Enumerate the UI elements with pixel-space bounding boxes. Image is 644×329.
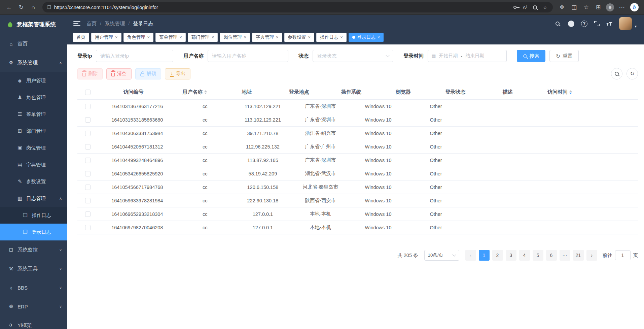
delete-button[interactable]: 删除 — [77, 68, 103, 79]
column-header[interactable]: 操作系统 — [325, 89, 377, 95]
sort-icon[interactable] — [204, 90, 207, 94]
table-row[interactable]: 1641031367863177216 cc 113.102.129.221 广… — [77, 100, 638, 113]
column-header[interactable]: 地址 — [221, 89, 273, 95]
row-checkbox[interactable] — [85, 144, 91, 150]
tab[interactable]: 岗位管理 × — [220, 33, 250, 42]
page-button[interactable]: 2 — [492, 250, 503, 261]
browser-home-icon[interactable]: ⌂ — [28, 2, 39, 13]
row-checkbox[interactable] — [85, 158, 91, 163]
column-header[interactable]: 描述 — [481, 89, 534, 95]
table-row[interactable]: 1641044993248464896 cc 113.87.92.165 广东省… — [77, 154, 638, 167]
font-size-icon[interactable]: тT — [606, 20, 613, 27]
tab[interactable]: 参数设置 × — [284, 33, 315, 42]
tab-close-icon[interactable]: × — [212, 35, 214, 40]
search-icon[interactable] — [554, 20, 561, 27]
password-key-icon[interactable] — [510, 3, 520, 12]
page-button[interactable]: ··· — [560, 250, 570, 261]
sidebar-item[interactable]: ☻ 用户管理 — [0, 72, 67, 89]
hamburger-icon[interactable] — [73, 21, 80, 26]
sidebar-item[interactable]: ⊡ 系统监控 ∨ — [0, 240, 67, 259]
row-checkbox[interactable] — [85, 198, 91, 203]
tab[interactable]: 角色管理 × — [123, 33, 154, 42]
column-header[interactable]: 登录状态 — [429, 89, 481, 95]
table-row[interactable]: 1641053426655825920 cc 58.19.42.209 湖北省-… — [77, 167, 638, 180]
breadcrumb-item[interactable]: 登录日志 — [125, 21, 153, 27]
clear-button[interactable]: 清空 — [106, 68, 132, 79]
column-header[interactable]: 浏览器 — [377, 89, 429, 95]
tab-close-icon[interactable]: × — [147, 35, 150, 40]
tab[interactable]: 部门管理 × — [188, 33, 218, 42]
login-ip-input[interactable] — [96, 50, 173, 62]
login-status-select[interactable]: 登录状态 — [313, 50, 393, 62]
zoom-icon[interactable] — [530, 3, 540, 12]
address-bar[interactable]: ❒ https://ccnetcore.com:1101/system/log/… — [42, 2, 553, 12]
sort-icon[interactable] — [569, 90, 572, 94]
page-size-select[interactable]: 10条/页 — [424, 250, 459, 261]
sidebar-item[interactable]: ⊞ 部门管理 — [0, 123, 67, 139]
sidebar-item[interactable]: ☰ 菜单管理 — [0, 106, 67, 123]
table-row[interactable]: 1641069798270046208 cc 127.0.0.1 本地-本机 W… — [77, 221, 638, 234]
tab-close-icon[interactable]: × — [115, 35, 118, 40]
tab-close-icon[interactable]: × — [378, 35, 380, 40]
table-row[interactable]: 1641054566717984768 cc 120.6.150.158 河北省… — [77, 180, 638, 194]
tab[interactable]: 用户管理 × — [91, 33, 121, 42]
tab-close-icon[interactable]: × — [276, 35, 279, 40]
column-header[interactable]: 登录地点 — [273, 89, 325, 95]
fullscreen-icon[interactable] — [594, 21, 600, 26]
sidebar-item[interactable]: ♁ BBS ∨ — [0, 278, 67, 297]
table-row[interactable]: 1641031533185863680 cc 113.102.129.221 广… — [77, 113, 638, 127]
tab[interactable]: 登录日志 × — [349, 33, 384, 42]
export-button[interactable]: ↓ 导出 — [165, 68, 190, 79]
sidebar-item[interactable]: ♟ 角色管理 — [0, 89, 67, 106]
table-row[interactable]: 1641059633978281984 cc 222.90.130.18 陕西省… — [77, 194, 638, 207]
row-checkbox[interactable] — [85, 131, 91, 136]
column-header[interactable]: 访问时间 — [534, 89, 586, 95]
sidebar-item[interactable]: ✈ Yi框架 — [0, 316, 67, 329]
github-icon[interactable] — [568, 21, 574, 27]
reset-button[interactable]: ↻ 重置 — [549, 50, 579, 62]
help-icon[interactable]: ? — [581, 21, 587, 27]
favorite-star-icon[interactable]: ☆ — [540, 3, 550, 12]
page-button[interactable]: 5 — [533, 250, 543, 261]
tab[interactable]: 字典管理 × — [252, 33, 282, 42]
table-row[interactable]: 1641069652933218304 cc 127.0.0.1 本地-本机 W… — [77, 207, 638, 221]
back-icon[interactable]: ← — [3, 2, 15, 13]
table-row[interactable]: 1641043063331753984 cc 39.171.210.78 浙江省… — [77, 127, 638, 140]
row-checkbox[interactable] — [85, 117, 91, 123]
breadcrumb-item[interactable]: 系统管理 — [97, 21, 125, 27]
refresh-icon[interactable]: ↻ — [15, 2, 27, 13]
search-button[interactable]: 搜索 — [517, 50, 545, 62]
prev-page-button[interactable]: ‹ — [465, 250, 476, 261]
tab-close-icon[interactable]: × — [244, 35, 246, 40]
goto-page-input[interactable] — [615, 250, 631, 260]
page-button[interactable]: 4 — [519, 250, 530, 261]
page-button[interactable]: 21 — [573, 250, 584, 261]
page-button[interactable]: 6 — [546, 250, 557, 261]
tab[interactable]: 操作日志 × — [316, 33, 347, 42]
next-page-button[interactable]: › — [586, 250, 597, 261]
tab[interactable]: 首页 × — [73, 33, 89, 42]
select-all-checkbox[interactable] — [85, 90, 91, 95]
sidebar-item[interactable]: ❐ 登录日志 — [0, 224, 67, 240]
copilot-icon[interactable]: b — [630, 3, 639, 11]
browser-profile-avatar[interactable]: ☻ — [606, 3, 614, 11]
tab[interactable]: 菜单管理 × — [155, 33, 186, 42]
collections-icon[interactable]: ⊞ — [593, 2, 604, 13]
tab-close-icon[interactable]: × — [179, 35, 182, 40]
column-header[interactable]: 用户名称 — [169, 89, 221, 95]
row-checkbox[interactable] — [85, 171, 91, 176]
url-text[interactable]: https://ccnetcore.com:1101/system/log/lo… — [54, 5, 510, 10]
split-screen-icon[interactable]: ◫ — [568, 2, 580, 13]
sidebar-item[interactable]: ⚒ 系统工具 ∨ — [0, 259, 67, 278]
sidebar-item[interactable]: ⚙ 系统管理 ∧ — [0, 53, 67, 72]
sidebar-item[interactable]: ✎ 参数设置 — [0, 173, 67, 190]
row-checkbox[interactable] — [85, 225, 91, 230]
row-checkbox[interactable] — [85, 185, 91, 190]
date-range-picker[interactable]: ▦ 开始日期 - 结束日期 — [428, 50, 507, 62]
page-button[interactable]: 1 — [479, 250, 490, 261]
refresh-table-button[interactable]: ↻ — [627, 68, 638, 79]
user-avatar[interactable] — [619, 17, 632, 30]
read-aloud-icon[interactable]: A⁾ — [520, 3, 530, 12]
breadcrumb-item[interactable]: 首页 — [86, 21, 97, 27]
page-button[interactable]: 3 — [506, 250, 516, 261]
